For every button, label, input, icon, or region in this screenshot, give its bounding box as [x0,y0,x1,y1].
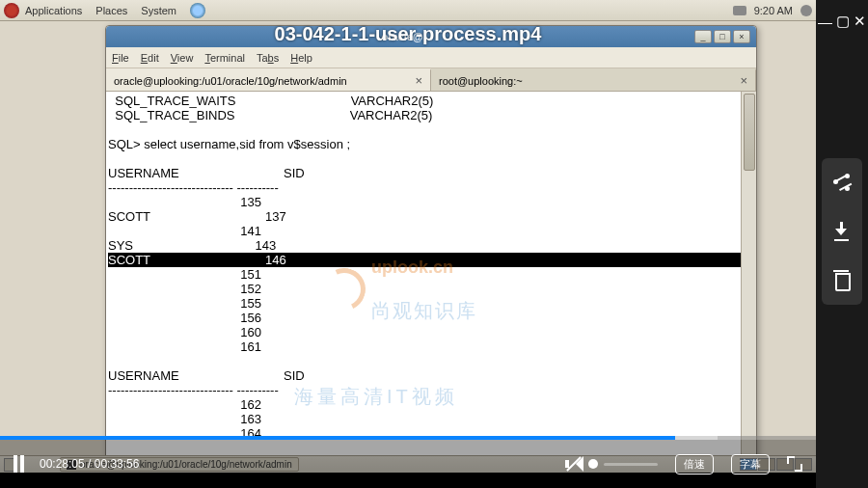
video-controls: 00:28:05 / 00:33:56 倍速 字幕 [0,436,816,488]
app-maximize-icon[interactable]: ▢ [836,13,850,30]
scrollbar[interactable] [741,92,756,472]
subtitle-button[interactable]: 字幕 [731,454,770,474]
player-sidebar: — ▢ ✕ [816,0,868,488]
tab-close-icon[interactable]: × [415,73,422,88]
redhat-icon[interactable] [4,3,19,18]
tab-label: oracle@uplooking:/u01/oracle/10g/network… [114,75,347,87]
browser-icon[interactable] [190,3,205,18]
menu-view[interactable]: View [171,52,194,64]
share-icon[interactable] [832,174,852,193]
video-frame: Applications Places System 9:20 AM oracl… [0,0,816,488]
terminal-tabs: oracle@uplooking:/u01/oracle/10g/network… [106,68,756,92]
highlighted-row: SCOTT 146 [108,253,741,267]
gnome-top-panel: Applications Places System 9:20 AM [0,0,816,21]
window-close-button[interactable]: × [733,30,750,43]
menu-applications[interactable]: Applications [25,5,82,16]
app-minimize-icon[interactable]: — [818,14,832,30]
window-maximize-button[interactable]: □ [714,30,731,43]
desktop-screenshot: Applications Places System 9:20 AM oracl… [0,0,816,473]
volume-tray-icon[interactable] [800,5,812,16]
volume-control[interactable] [565,456,658,472]
window-minimize-button[interactable]: _ [694,30,712,43]
menu-system[interactable]: System [141,5,176,16]
tray-icon[interactable] [733,6,746,15]
progress-played [0,436,675,440]
menu-terminal[interactable]: Terminal [204,52,245,64]
tab-label: root@uplooking:~ [439,75,523,87]
terminal-body: SQL_TRACE_WAITS VARCHAR2(5) SQL_TRACE_BI… [106,92,756,472]
window-title: oracle@ [112,31,692,42]
app-close-icon[interactable]: ✕ [854,13,866,30]
terminal-output[interactable]: SQL_TRACE_WAITS VARCHAR2(5) SQL_TRACE_BI… [106,92,741,472]
progress-bar[interactable] [0,436,816,440]
terminal-window: oracle@ _ □ × File Edit View Terminal Ta… [105,25,757,473]
fullscreen-button[interactable] [787,456,802,472]
menu-file[interactable]: File [112,52,129,64]
time-display: 00:28:05 / 00:33:56 [40,457,139,471]
clock: 9:20 AM [754,5,793,16]
volume-thumb[interactable] [588,459,598,469]
mute-icon[interactable] [565,456,583,472]
watermark: uplook.cn 尚观知识库 海量高清IT视频 [323,203,477,419]
window-titlebar[interactable]: oracle@ _ □ × [106,26,756,47]
volume-track[interactable] [604,463,658,466]
menu-help[interactable]: Help [290,52,312,64]
scroll-thumb[interactable] [744,94,755,171]
delete-icon[interactable] [832,270,852,289]
terminal-menubar: File Edit View Terminal Tabs Help [106,47,756,68]
pause-button[interactable] [14,455,24,473]
playback-speed-button[interactable]: 倍速 [675,454,714,474]
download-icon[interactable] [832,222,852,241]
tab-close-icon[interactable]: × [740,73,747,88]
menu-tabs[interactable]: Tabs [257,52,279,64]
tab-oracle[interactable]: oracle@uplooking:/u01/oracle/10g/network… [106,68,431,91]
tab-root[interactable]: root@uplooking:~ × [431,68,756,91]
menu-places[interactable]: Places [95,5,127,16]
menu-edit[interactable]: Edit [141,52,159,64]
